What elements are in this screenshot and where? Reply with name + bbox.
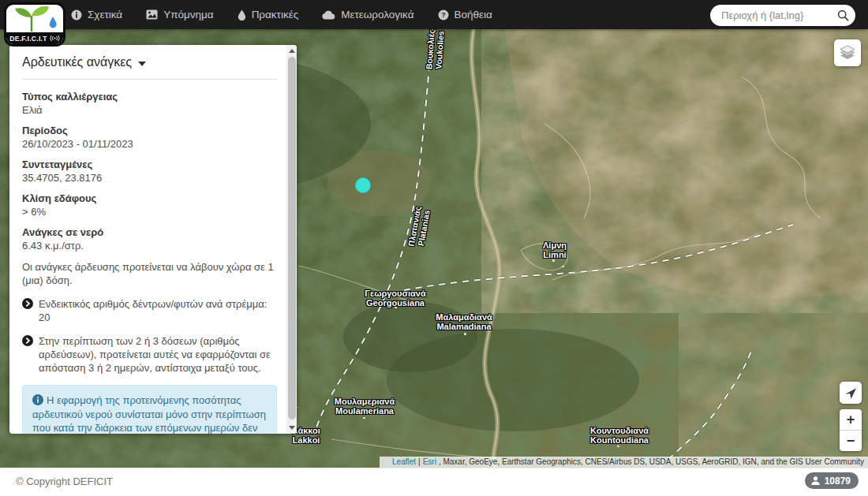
copyright-text: © Copyright DEFICIT — [16, 475, 113, 487]
esri-link[interactable]: Esri — [423, 457, 436, 466]
nav-label-legend: Υπόμνημα — [163, 9, 213, 21]
visitor-count: 10879 — [825, 475, 851, 487]
nav-item-legend[interactable]: Υπόμνημα — [146, 9, 213, 21]
zoom-control: + − — [840, 409, 862, 451]
sprout-and-droplet-icon — [7, 6, 59, 32]
caret-down-icon — [138, 62, 146, 66]
info-circle-icon — [32, 394, 43, 405]
leaflet-link[interactable]: Leaflet — [392, 457, 416, 466]
panel-title-dropdown[interactable]: Αρδευτικές ανάγκες — [22, 55, 277, 69]
nav-label-about: Σχετικά — [88, 9, 122, 21]
question-circle-icon: ? — [438, 9, 449, 21]
nav-item-about[interactable]: Σχετικά — [71, 9, 122, 21]
signal-waves-icon — [50, 35, 60, 42]
layers-control-button[interactable] — [834, 39, 861, 66]
scrollbar-down-arrow[interactable] — [286, 423, 297, 433]
field-water-needs: Ανάγκες σε νερό 6.43 κ.μ./στρ. — [22, 226, 277, 252]
deficit-logo[interactable]: DE.F.I.C.I.T — [4, 2, 65, 47]
search-input[interactable] — [720, 9, 837, 22]
info-alert: Η εφαρμογή της προτεινόμενης ποσότητας α… — [22, 385, 277, 434]
field-slope: Κλίση εδάφους > 6% — [22, 192, 277, 218]
nav-label-practices: Πρακτικές — [252, 9, 299, 21]
location-arrow-icon — [844, 386, 858, 400]
search-box — [710, 5, 855, 26]
info-circle-icon — [71, 9, 82, 21]
map-point-marker[interactable] — [355, 177, 371, 193]
field-crop-type: Τύπος καλλιέργειας Ελιά — [22, 91, 277, 117]
info-alert-text: Η εφαρμογή της προτεινόμενης ποσότητας α… — [32, 394, 266, 434]
nav-item-help[interactable]: ? Βοήθεια — [438, 9, 492, 21]
zoom-out-button[interactable]: − — [840, 431, 862, 451]
logo-text: DE.F.I.C.I.T — [9, 35, 47, 43]
zoom-in-button[interactable]: + — [840, 409, 862, 431]
map-attribution: Leaflet | Esri , Maxar, GeoEye, Earthsta… — [380, 457, 868, 468]
search-icon[interactable] — [837, 9, 849, 21]
attribution-separator: | — [418, 457, 421, 466]
svg-text:?: ? — [441, 11, 446, 19]
footer: © Copyright DEFICIT 10879 — [0, 468, 868, 496]
bullet-trees-per-stremma: Ενδεικτικός αριθμός δέντρων/φυτών ανά στ… — [22, 297, 277, 324]
ukraine-flag-icon — [383, 457, 390, 466]
visitor-counter-badge: 10879 — [805, 472, 859, 489]
field-coordinates: Συντεταγμένες 35.4705, 23.8176 — [22, 158, 277, 185]
divider — [22, 79, 277, 80]
panel-title: Αρδευτικές ανάγκες — [22, 55, 132, 69]
layers-icon — [838, 44, 857, 62]
panel-scrollbar — [286, 45, 297, 434]
nav-item-practices[interactable]: Πρακτικές — [238, 9, 299, 21]
bullet-dose-spacing: Στην περίπτωση των 2 ή 3 δόσεων (αριθμός… — [22, 334, 277, 375]
cloud-icon — [322, 10, 335, 20]
logo-wordmark-bar: DE.F.I.C.I.T — [6, 32, 63, 44]
nav-label-help: Βοήθεια — [455, 9, 492, 21]
person-icon — [810, 475, 821, 486]
image-icon — [146, 9, 158, 20]
top-navbar: Σχετικά Υπόμνημα Πρακτικές Μετεωρολογικά — [0, 0, 868, 29]
arrow-circle-right-icon — [22, 335, 33, 346]
scrollbar-thumb[interactable] — [288, 57, 296, 420]
attribution-text: , Maxar, GeoEye, Earthstar Geographics, … — [439, 457, 864, 466]
droplet-icon — [238, 9, 246, 21]
field-period: Περίοδος 26/10/2023 - 01/11/2023 — [22, 125, 277, 151]
locate-me-button[interactable] — [840, 382, 862, 404]
scrollbar-up-arrow[interactable] — [286, 46, 297, 56]
arrow-circle-right-icon — [22, 298, 33, 309]
irrigation-needs-panel: Αρδευτικές ανάγκες Τύπος καλλιέργειας Ελ… — [9, 45, 297, 434]
nav-item-meteorological[interactable]: Μετεωρολογικά — [322, 9, 413, 21]
nav-label-meteorological: Μετεωρολογικά — [341, 9, 413, 21]
dose-recommendation-text: Οι ανάγκες άρδευσης προτείνεται να λάβου… — [22, 260, 277, 287]
